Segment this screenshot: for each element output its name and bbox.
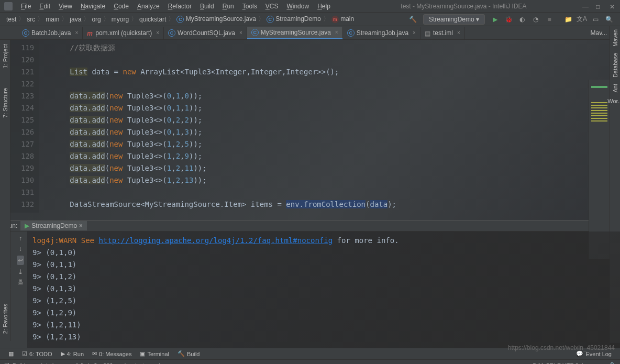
tab-label: WordCountSQL.java [178,29,235,37]
tab-label: pom.xml (quickstart) [95,29,152,37]
status-bar: ☐ Build completed successfully in 2 s 38… [0,359,620,364]
file-icon: ▤ [425,30,431,36]
tab-close-icon[interactable]: × [413,30,416,36]
run-tab[interactable]: ▶ StreamingDemo × [20,221,87,230]
close-icon[interactable]: ✕ [610,3,616,9]
left-tool-strip-lower: 2: Favorites [0,220,10,341]
translate-icon[interactable]: 文A [577,14,587,25]
run-panel-header: Run: ▶ StreamingDemo × ⚙ — [0,220,620,231]
bottom-toggle-icon[interactable]: ▦ [4,350,18,357]
down-icon[interactable]: ↓ [19,245,22,252]
run-icon[interactable]: ▶ [490,14,500,25]
menu-navigate[interactable]: Navigate [76,3,109,10]
editor-tab[interactable]: CMyStreamingSource.java× [247,27,343,39]
editor-tab[interactable]: mpom.xml (quickstart)× [83,27,164,39]
run-tab-close-icon[interactable]: × [79,222,83,229]
navigation-bar: test〉src〉main〉java〉org〉myorg〉quickstart〉… [0,13,620,26]
menu-file[interactable]: File [17,3,35,10]
tab-close-icon[interactable]: × [75,30,78,36]
breadcrumb-item[interactable]: java [68,16,83,23]
editor-tab[interactable]: CWordCountSQL.java× [164,27,247,39]
menu-help[interactable]: Help [313,3,335,10]
editor-tab[interactable]: CStreamingJob.java× [343,27,420,39]
coverage-icon[interactable]: ◐ [517,14,527,25]
tab-label: MyStreamingSource.java [261,29,331,36]
watermark: https://blog.csdn.net/weixin_45021844 [508,344,615,351]
run-tab-label: StreamingDemo [31,222,77,229]
code-area[interactable]: //获取数据源 List data = new ArrayList<Tuple3… [39,40,396,213]
app-icon [4,2,13,10]
editor-tabs: CBatchJob.java×mpom.xml (quickstart)×CWo… [0,26,620,40]
menu-view[interactable]: View [54,3,76,10]
maven-tool-button[interactable]: Maven [612,26,618,50]
folder-icon[interactable]: 📁 [563,14,573,25]
project-tool-button[interactable]: 1: Project [2,42,8,70]
build-tool-button[interactable]: 🔨 Build [173,350,204,357]
breadcrumb-item[interactable]: quickstart [137,16,168,23]
status-message: Build completed successfully in 2 s 386 … [13,362,161,365]
breadcrumb-item[interactable]: myorg [109,16,131,23]
menu-refactor[interactable]: Refactor [164,3,196,10]
console-link[interactable]: http://logging.apache.org/log4j/1.2/faq.… [98,236,333,245]
run-config-selector[interactable]: StreamingDemo ▾ [423,14,485,25]
breadcrumb-item[interactable]: test [4,16,18,23]
class-icon: C [267,16,274,23]
build-icon[interactable]: 🔨 [408,14,418,25]
menu-edit[interactable]: Edit [35,3,54,10]
stop-icon[interactable]: ■ [544,14,555,25]
editor-tab[interactable]: CBatchJob.java× [18,27,83,39]
menu-code[interactable]: Code [109,3,133,10]
left-tool-strip: 1: Project 7: Structure [0,40,10,220]
tab-close-icon[interactable]: × [156,30,159,36]
word-tool-button[interactable]: Wor... [607,96,620,106]
breadcrumb-item[interactable]: org [90,16,103,23]
tab-label: BatchJob.java [31,29,71,37]
menu-analyze[interactable]: Analyze [133,3,164,10]
layout-icon[interactable]: ▭ [590,14,601,25]
up-icon[interactable]: ↑ [19,235,22,242]
run-tools-right: ↑ ↓ ↩ ⤓ 🖶 [14,231,27,348]
breadcrumb-item[interactable]: m main [329,15,356,23]
print-icon[interactable]: 🖶 [17,279,24,286]
todo-tool-button[interactable]: ☑ 6: TODO [18,350,57,357]
minimize-icon[interactable]: — [582,3,589,9]
terminal-tool-button[interactable]: ▣ Terminal [136,350,173,357]
line-gutter[interactable]: 1191201211221231241251261271281291301311… [10,40,39,213]
search-everywhere-icon[interactable]: 🔍 [604,14,614,25]
profile-icon[interactable]: ◔ [530,14,541,25]
menu-vcs[interactable]: VCS [261,3,283,10]
status-right[interactable]: 5:11 CRLF UTF-8 4 spaces [533,362,604,365]
editor[interactable]: 1191201211221231241251261271281291301311… [10,40,620,220]
messages-tool-button[interactable]: ✉ 0: Messages [88,350,136,357]
maximize-icon[interactable]: □ [596,3,602,9]
structure-tool-button[interactable]: 7: Structure [2,86,8,120]
tab-close-icon[interactable]: × [457,30,460,36]
database-tool-button[interactable]: Database [612,50,618,81]
editor-tab[interactable]: ▤test.iml× [420,27,465,39]
menu-window[interactable]: Window [282,3,313,10]
menu-run[interactable]: Run [218,3,238,10]
breadcrumb-item[interactable]: C StreamingDemo [264,15,323,23]
tab-close-icon[interactable]: × [335,29,338,35]
breadcrumb-item[interactable]: main [43,16,61,23]
class-icon: C [168,29,175,37]
breadcrumb-item[interactable]: C MyStreamingSource.java [174,15,258,23]
window-title: test - MyStreamingSource.java - IntelliJ… [345,3,582,10]
soft-wrap-icon[interactable]: ↩ [17,256,24,265]
favorites-tool-button[interactable]: 2: Favorites [2,302,8,336]
titlebar: FileEditViewNavigateCodeAnalyzeRefactorB… [0,0,620,13]
tab-label: test.iml [433,29,453,37]
breadcrumb-item[interactable]: src [25,16,37,23]
menu-tools[interactable]: Tools [238,3,261,10]
class-icon: C [176,16,184,23]
console-output[interactable]: log4j:WARN See http://logging.apache.org… [27,231,620,348]
ant-tool-button[interactable]: Ant [612,81,618,96]
run-tool-button[interactable]: ▶ 4: Run [57,350,88,357]
scroll-end-icon[interactable]: ⤓ [18,268,23,275]
main-area: 1: Project 7: Structure 1191201211221231… [0,40,620,220]
debug-icon[interactable]: 🐞 [503,14,514,25]
tab-close-icon[interactable]: × [239,30,242,36]
lock-icon[interactable]: 🔒 [608,362,616,364]
maven-tool-label[interactable]: Mav... [586,29,612,37]
menu-build[interactable]: Build [196,3,218,10]
